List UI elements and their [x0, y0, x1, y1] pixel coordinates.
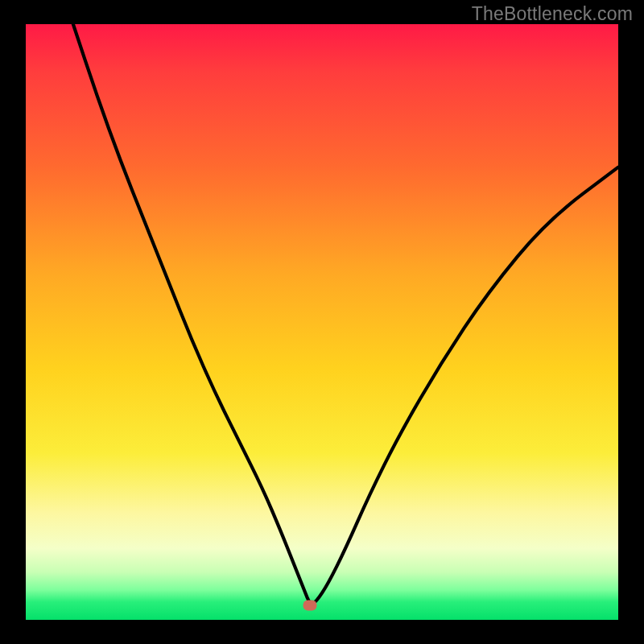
chart-frame: TheBottleneck.com [0, 0, 644, 644]
bottleneck-curve [26, 24, 618, 620]
optimal-point-marker [303, 600, 317, 610]
plot-area [26, 24, 618, 620]
watermark-text: TheBottleneck.com [472, 3, 633, 25]
curve-path [73, 24, 618, 604]
